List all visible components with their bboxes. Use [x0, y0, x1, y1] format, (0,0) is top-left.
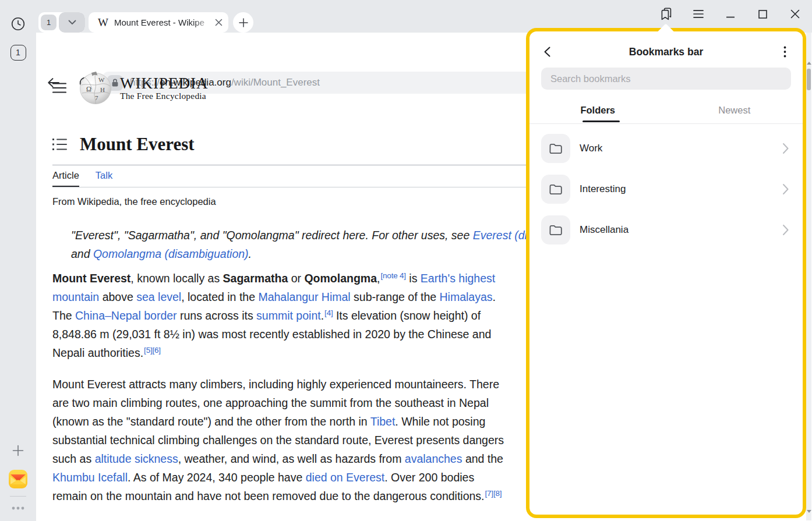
sidebar-divider: [0, 495, 36, 497]
chevron-down-icon: [68, 20, 76, 25]
paragraph-2: Mount Everest attracts many climbers, in…: [52, 375, 504, 505]
sidebar-more-button[interactable]: [0, 504, 36, 512]
minimize-button[interactable]: [717, 0, 744, 28]
folder-icon: [548, 222, 563, 238]
ellipsis-icon: [11, 506, 25, 511]
maximize-button[interactable]: [749, 0, 776, 28]
tab-group-expand[interactable]: [59, 12, 85, 33]
chevron-left-icon: [542, 46, 553, 58]
maximize-icon: [758, 10, 767, 19]
active-tab-underline: [582, 120, 620, 122]
page-title: Mount Everest: [80, 134, 195, 155]
sidebar-add-button[interactable]: [0, 444, 36, 458]
scrollbar-thumb[interactable]: [807, 69, 811, 90]
panel-back-button[interactable]: [538, 42, 557, 62]
chevron-right-icon: [779, 183, 791, 196]
folder-row[interactable]: Interesting: [529, 169, 803, 210]
tab-talk[interactable]: Talk: [96, 170, 112, 187]
scrollbar[interactable]: [806, 33, 811, 520]
plus-icon: [239, 18, 248, 27]
active-tab[interactable]: W Mount Everest - Wikipe: [89, 12, 228, 33]
toc-button[interactable]: [52, 138, 67, 151]
sidebar: 1: [0, 0, 36, 521]
tab-folders[interactable]: Folders: [529, 97, 666, 124]
scroll-up-button[interactable]: [806, 62, 811, 66]
wikipedia-logo[interactable]: Ω W H 7: [79, 71, 112, 105]
folder-tile: [541, 175, 570, 204]
bookmarks-icon: [659, 6, 674, 22]
folder-icon: [548, 182, 563, 197]
kebab-icon: [783, 46, 786, 58]
tab-group-pill[interactable]: 1: [38, 12, 85, 33]
tab-article[interactable]: Article: [52, 170, 79, 187]
tab-group-count: 1: [41, 15, 57, 30]
browser-window: 1: [0, 0, 812, 521]
panel-title: Bookmarks bar: [529, 40, 803, 64]
tab-close-button[interactable]: [215, 19, 223, 26]
folder-label: Miscellania: [580, 224, 779, 236]
panel-menu-button[interactable]: [775, 42, 795, 62]
wikipedia-tagline: The Free Encyclopedia: [120, 91, 208, 101]
url-path: /wiki/Mount_Everest: [231, 77, 320, 88]
mail-app-button[interactable]: [0, 469, 36, 489]
folder-icon: [548, 141, 563, 156]
folder-label: Interesting: [580, 183, 779, 195]
tab-count-badge: 1: [10, 45, 26, 61]
plus-icon: [11, 444, 25, 458]
clock-icon: [10, 16, 26, 31]
sidebar-tab-counter[interactable]: 1: [0, 44, 36, 61]
svg-text:Ω: Ω: [86, 85, 91, 93]
menu-button[interactable]: [685, 0, 712, 28]
new-tab-button[interactable]: [233, 12, 253, 33]
folder-tile: [541, 134, 570, 163]
history-button[interactable]: [0, 16, 36, 31]
bookmarks-search-input[interactable]: [541, 68, 791, 90]
hamburger-icon: [693, 10, 704, 18]
chevron-right-icon: [779, 224, 791, 236]
folder-label: Work: [580, 143, 779, 154]
folder-tile: [541, 215, 570, 244]
hatnote: "Everest", "Sagarmatha", and "Qomolangma…: [71, 226, 598, 263]
paragraph-1: Mount Everest, known locally as Sagarmat…: [52, 269, 496, 362]
hamburger-icon: [52, 83, 66, 93]
svg-text:H: H: [100, 86, 105, 93]
close-button[interactable]: [782, 0, 809, 28]
folder-row[interactable]: Miscellania: [529, 210, 803, 250]
tab-newest[interactable]: Newest: [666, 97, 803, 124]
list-icon: [52, 138, 67, 151]
svg-text:7: 7: [95, 94, 98, 101]
scroll-down-button[interactable]: [806, 510, 811, 515]
svg-text:W: W: [98, 76, 105, 83]
folder-row[interactable]: Work: [529, 128, 803, 169]
close-icon: [790, 9, 800, 19]
page-subtitle: From Wikipedia, the free encyclopedia: [52, 196, 216, 207]
mail-icon: [8, 469, 28, 489]
tab-title: Mount Everest - Wikipe: [114, 17, 215, 27]
wikipedia-favicon: W: [98, 16, 108, 29]
bookmarks-panel: Bookmarks bar Folders Newest: [526, 28, 806, 518]
chevron-right-icon: [779, 142, 791, 155]
wiki-menu-button[interactable]: [52, 83, 66, 93]
wikipedia-wordmark[interactable]: WIKIPEDIA The Free Encyclopedia: [120, 76, 208, 101]
folder-list: Work Interesting Miscellania: [529, 128, 803, 250]
minimize-icon: [726, 9, 735, 19]
panel-tabs-divider: [529, 123, 803, 124]
